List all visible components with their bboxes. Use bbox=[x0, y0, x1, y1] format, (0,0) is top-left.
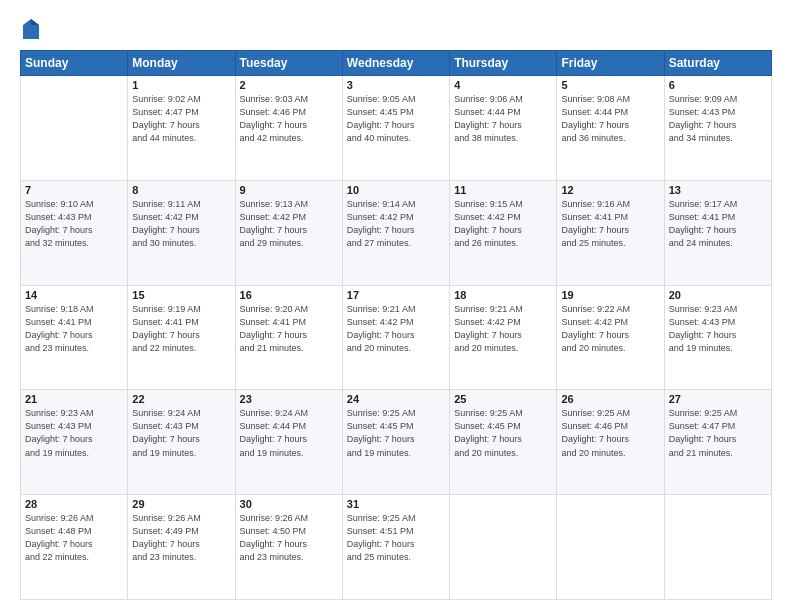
day-info: Sunrise: 9:09 AM Sunset: 4:43 PM Dayligh… bbox=[669, 93, 767, 145]
day-info: Sunrise: 9:19 AM Sunset: 4:41 PM Dayligh… bbox=[132, 303, 230, 355]
day-info: Sunrise: 9:25 AM Sunset: 4:51 PM Dayligh… bbox=[347, 512, 445, 564]
day-number: 17 bbox=[347, 289, 445, 301]
calendar-cell: 31Sunrise: 9:25 AM Sunset: 4:51 PM Dayli… bbox=[342, 495, 449, 600]
day-info: Sunrise: 9:13 AM Sunset: 4:42 PM Dayligh… bbox=[240, 198, 338, 250]
day-number: 29 bbox=[132, 498, 230, 510]
calendar-cell bbox=[557, 495, 664, 600]
day-number: 2 bbox=[240, 79, 338, 91]
day-number: 10 bbox=[347, 184, 445, 196]
day-info: Sunrise: 9:17 AM Sunset: 4:41 PM Dayligh… bbox=[669, 198, 767, 250]
day-info: Sunrise: 9:16 AM Sunset: 4:41 PM Dayligh… bbox=[561, 198, 659, 250]
calendar-cell: 17Sunrise: 9:21 AM Sunset: 4:42 PM Dayli… bbox=[342, 285, 449, 390]
header bbox=[20, 18, 772, 40]
day-info: Sunrise: 9:26 AM Sunset: 4:50 PM Dayligh… bbox=[240, 512, 338, 564]
calendar-cell: 27Sunrise: 9:25 AM Sunset: 4:47 PM Dayli… bbox=[664, 390, 771, 495]
calendar-table: SundayMondayTuesdayWednesdayThursdayFrid… bbox=[20, 50, 772, 600]
calendar-cell: 19Sunrise: 9:22 AM Sunset: 4:42 PM Dayli… bbox=[557, 285, 664, 390]
day-number: 27 bbox=[669, 393, 767, 405]
calendar-cell: 23Sunrise: 9:24 AM Sunset: 4:44 PM Dayli… bbox=[235, 390, 342, 495]
calendar-cell: 2Sunrise: 9:03 AM Sunset: 4:46 PM Daylig… bbox=[235, 76, 342, 181]
calendar-cell: 29Sunrise: 9:26 AM Sunset: 4:49 PM Dayli… bbox=[128, 495, 235, 600]
calendar-cell bbox=[664, 495, 771, 600]
day-info: Sunrise: 9:15 AM Sunset: 4:42 PM Dayligh… bbox=[454, 198, 552, 250]
week-row-0: 1Sunrise: 9:02 AM Sunset: 4:47 PM Daylig… bbox=[21, 76, 772, 181]
day-info: Sunrise: 9:25 AM Sunset: 4:46 PM Dayligh… bbox=[561, 407, 659, 459]
day-number: 11 bbox=[454, 184, 552, 196]
day-info: Sunrise: 9:24 AM Sunset: 4:44 PM Dayligh… bbox=[240, 407, 338, 459]
calendar-cell: 3Sunrise: 9:05 AM Sunset: 4:45 PM Daylig… bbox=[342, 76, 449, 181]
day-number: 13 bbox=[669, 184, 767, 196]
day-number: 20 bbox=[669, 289, 767, 301]
weekday-tuesday: Tuesday bbox=[235, 51, 342, 76]
logo bbox=[20, 18, 40, 40]
day-info: Sunrise: 9:08 AM Sunset: 4:44 PM Dayligh… bbox=[561, 93, 659, 145]
svg-marker-1 bbox=[31, 19, 39, 25]
day-number: 8 bbox=[132, 184, 230, 196]
weekday-header-row: SundayMondayTuesdayWednesdayThursdayFrid… bbox=[21, 51, 772, 76]
calendar-cell: 8Sunrise: 9:11 AM Sunset: 4:42 PM Daylig… bbox=[128, 180, 235, 285]
day-number: 9 bbox=[240, 184, 338, 196]
week-row-4: 28Sunrise: 9:26 AM Sunset: 4:48 PM Dayli… bbox=[21, 495, 772, 600]
day-info: Sunrise: 9:23 AM Sunset: 4:43 PM Dayligh… bbox=[25, 407, 123, 459]
day-number: 31 bbox=[347, 498, 445, 510]
day-info: Sunrise: 9:18 AM Sunset: 4:41 PM Dayligh… bbox=[25, 303, 123, 355]
day-number: 24 bbox=[347, 393, 445, 405]
calendar-cell: 12Sunrise: 9:16 AM Sunset: 4:41 PM Dayli… bbox=[557, 180, 664, 285]
calendar-cell: 4Sunrise: 9:06 AM Sunset: 4:44 PM Daylig… bbox=[450, 76, 557, 181]
day-number: 15 bbox=[132, 289, 230, 301]
weekday-monday: Monday bbox=[128, 51, 235, 76]
calendar-cell: 15Sunrise: 9:19 AM Sunset: 4:41 PM Dayli… bbox=[128, 285, 235, 390]
day-number: 21 bbox=[25, 393, 123, 405]
calendar-cell: 5Sunrise: 9:08 AM Sunset: 4:44 PM Daylig… bbox=[557, 76, 664, 181]
day-info: Sunrise: 9:14 AM Sunset: 4:42 PM Dayligh… bbox=[347, 198, 445, 250]
calendar-cell: 16Sunrise: 9:20 AM Sunset: 4:41 PM Dayli… bbox=[235, 285, 342, 390]
day-info: Sunrise: 9:03 AM Sunset: 4:46 PM Dayligh… bbox=[240, 93, 338, 145]
day-number: 26 bbox=[561, 393, 659, 405]
calendar-cell: 14Sunrise: 9:18 AM Sunset: 4:41 PM Dayli… bbox=[21, 285, 128, 390]
day-number: 25 bbox=[454, 393, 552, 405]
weekday-wednesday: Wednesday bbox=[342, 51, 449, 76]
calendar-cell: 22Sunrise: 9:24 AM Sunset: 4:43 PM Dayli… bbox=[128, 390, 235, 495]
day-info: Sunrise: 9:20 AM Sunset: 4:41 PM Dayligh… bbox=[240, 303, 338, 355]
calendar-cell bbox=[21, 76, 128, 181]
calendar-cell: 25Sunrise: 9:25 AM Sunset: 4:45 PM Dayli… bbox=[450, 390, 557, 495]
day-number: 30 bbox=[240, 498, 338, 510]
day-number: 16 bbox=[240, 289, 338, 301]
calendar-cell: 20Sunrise: 9:23 AM Sunset: 4:43 PM Dayli… bbox=[664, 285, 771, 390]
day-info: Sunrise: 9:02 AM Sunset: 4:47 PM Dayligh… bbox=[132, 93, 230, 145]
day-number: 6 bbox=[669, 79, 767, 91]
day-number: 5 bbox=[561, 79, 659, 91]
day-number: 3 bbox=[347, 79, 445, 91]
day-info: Sunrise: 9:21 AM Sunset: 4:42 PM Dayligh… bbox=[454, 303, 552, 355]
day-info: Sunrise: 9:24 AM Sunset: 4:43 PM Dayligh… bbox=[132, 407, 230, 459]
day-info: Sunrise: 9:06 AM Sunset: 4:44 PM Dayligh… bbox=[454, 93, 552, 145]
week-row-2: 14Sunrise: 9:18 AM Sunset: 4:41 PM Dayli… bbox=[21, 285, 772, 390]
calendar-cell: 9Sunrise: 9:13 AM Sunset: 4:42 PM Daylig… bbox=[235, 180, 342, 285]
day-number: 28 bbox=[25, 498, 123, 510]
calendar-cell: 24Sunrise: 9:25 AM Sunset: 4:45 PM Dayli… bbox=[342, 390, 449, 495]
weekday-thursday: Thursday bbox=[450, 51, 557, 76]
day-info: Sunrise: 9:25 AM Sunset: 4:47 PM Dayligh… bbox=[669, 407, 767, 459]
day-info: Sunrise: 9:21 AM Sunset: 4:42 PM Dayligh… bbox=[347, 303, 445, 355]
day-number: 4 bbox=[454, 79, 552, 91]
day-number: 18 bbox=[454, 289, 552, 301]
calendar-cell: 30Sunrise: 9:26 AM Sunset: 4:50 PM Dayli… bbox=[235, 495, 342, 600]
calendar-cell: 1Sunrise: 9:02 AM Sunset: 4:47 PM Daylig… bbox=[128, 76, 235, 181]
logo-icon bbox=[22, 18, 40, 40]
calendar-cell: 18Sunrise: 9:21 AM Sunset: 4:42 PM Dayli… bbox=[450, 285, 557, 390]
day-info: Sunrise: 9:22 AM Sunset: 4:42 PM Dayligh… bbox=[561, 303, 659, 355]
day-info: Sunrise: 9:11 AM Sunset: 4:42 PM Dayligh… bbox=[132, 198, 230, 250]
calendar-cell bbox=[450, 495, 557, 600]
day-info: Sunrise: 9:10 AM Sunset: 4:43 PM Dayligh… bbox=[25, 198, 123, 250]
calendar-cell: 21Sunrise: 9:23 AM Sunset: 4:43 PM Dayli… bbox=[21, 390, 128, 495]
day-number: 22 bbox=[132, 393, 230, 405]
week-row-3: 21Sunrise: 9:23 AM Sunset: 4:43 PM Dayli… bbox=[21, 390, 772, 495]
calendar-cell: 28Sunrise: 9:26 AM Sunset: 4:48 PM Dayli… bbox=[21, 495, 128, 600]
calendar-cell: 13Sunrise: 9:17 AM Sunset: 4:41 PM Dayli… bbox=[664, 180, 771, 285]
calendar-cell: 6Sunrise: 9:09 AM Sunset: 4:43 PM Daylig… bbox=[664, 76, 771, 181]
weekday-friday: Friday bbox=[557, 51, 664, 76]
weekday-sunday: Sunday bbox=[21, 51, 128, 76]
day-number: 14 bbox=[25, 289, 123, 301]
day-info: Sunrise: 9:26 AM Sunset: 4:49 PM Dayligh… bbox=[132, 512, 230, 564]
day-number: 1 bbox=[132, 79, 230, 91]
